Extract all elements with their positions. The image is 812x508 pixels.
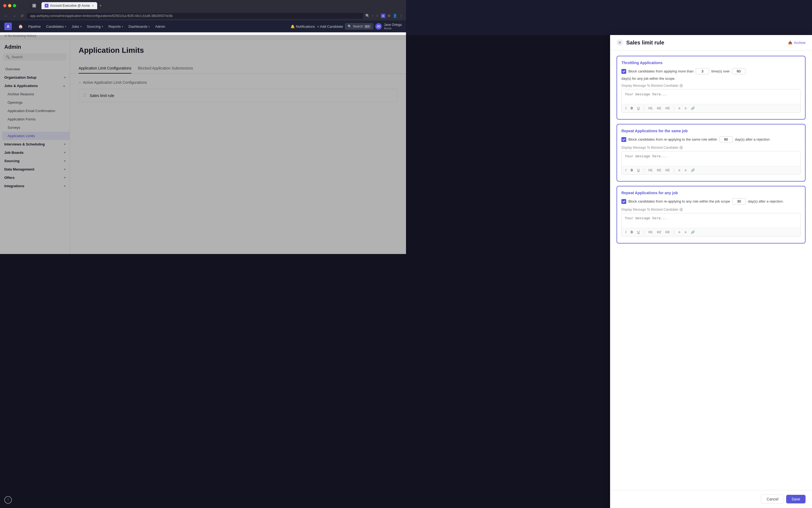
app-nav: A 🏠 Pipeline Candidates ▾ Jobs ▾ Sourcin… <box>0 20 406 32</box>
candidates-chevron-icon: ▾ <box>65 25 66 28</box>
nav-admin-btn[interactable]: Admin <box>153 24 167 30</box>
ashby-ext-icon: A <box>381 14 385 18</box>
nav-sourcing-btn[interactable]: Sourcing ▾ <box>85 24 105 30</box>
search-address-icon: 🔍 <box>365 14 370 18</box>
browser-tab-active[interactable]: A Account Executive @ Acme ✕ <box>41 2 97 9</box>
nav-jobs-btn[interactable]: Jobs ▾ <box>70 24 84 30</box>
search-icon: 🔍 <box>348 25 352 28</box>
nav-pipeline-btn[interactable]: Pipeline <box>26 24 43 30</box>
sourcing-chevron-icon: ▾ <box>102 25 103 28</box>
reload-btn[interactable]: ↺ <box>19 13 25 18</box>
add-candidate-btn[interactable]: + Add Candidate <box>317 25 343 29</box>
jobs-chevron-icon: ▾ <box>80 25 82 28</box>
global-search-btn[interactable]: 🔍 Search ⌘K <box>345 24 373 29</box>
nav-admin-label: Admin <box>155 25 165 29</box>
user-info: Jane Ortega Acme <box>384 23 402 30</box>
nav-dashboards-label: Dashboards <box>128 25 147 29</box>
user-name: Jane Ortega <box>384 23 402 27</box>
bookmark-icon: ☆ <box>375 14 379 18</box>
search-shortcut: ⌘K <box>364 25 371 28</box>
modal-overlay: ✕ Sales limit rule 📥 Archive Throttling … <box>0 35 406 254</box>
nav-candidates-label: Candidates <box>46 25 64 29</box>
nav-candidates-btn[interactable]: Candidates ▾ <box>44 24 69 30</box>
user-org: Acme <box>384 27 402 30</box>
address-input[interactable] <box>27 13 363 19</box>
dashboards-chevron-icon: ▾ <box>148 25 150 28</box>
tab-favicon-icon: A <box>32 4 36 7</box>
nav-pipeline-label: Pipeline <box>28 25 41 29</box>
menu-icon: ⋮ <box>399 14 403 18</box>
notifications-label: Notifications <box>296 25 315 29</box>
maximize-window-btn[interactable] <box>13 4 16 7</box>
nav-right: 🔔 Notifications + Add Candidate 🔍 Search… <box>290 23 402 30</box>
app-logo[interactable]: A <box>4 23 12 30</box>
tab-label: Account Executive @ Acme <box>50 4 90 7</box>
share-icon: ↑ <box>372 14 374 18</box>
nav-items: 🏠 Pipeline Candidates ▾ Jobs ▾ Sourcing … <box>16 23 286 30</box>
reports-chevron-icon: ▾ <box>122 25 123 28</box>
forward-btn[interactable]: → <box>11 13 17 18</box>
nav-dashboards-btn[interactable]: Dashboards ▾ <box>126 24 152 30</box>
browser-tab-favicon: A <box>29 2 39 9</box>
browser-chrome: A A Account Executive @ Acme ✕ + ← → ↺ 🔍… <box>0 0 406 20</box>
nav-home-btn[interactable]: 🏠 <box>16 23 25 30</box>
nav-jobs-label: Jobs <box>72 25 79 29</box>
profile-icon: 👤 <box>393 14 397 18</box>
window-controls <box>3 4 16 7</box>
address-bar-icons: 🔍 ↑ ☆ A ⚙ 👤 ⋮ <box>365 14 403 18</box>
new-tab-btn[interactable]: + <box>99 3 102 8</box>
notifications-btn[interactable]: 🔔 Notifications <box>290 25 315 29</box>
tab-bar: A A Account Executive @ Acme ✕ + <box>26 2 105 9</box>
browser-titlebar: A A Account Executive @ Acme ✕ + <box>0 0 406 11</box>
modal-backdrop[interactable] <box>0 35 406 254</box>
nav-reports-btn[interactable]: Reports ▾ <box>106 24 126 30</box>
close-window-btn[interactable] <box>3 4 6 7</box>
search-label: Search <box>353 25 363 28</box>
user-avatar: JO <box>375 23 382 30</box>
back-btn[interactable]: ← <box>3 13 9 18</box>
nav-sourcing-label: Sourcing <box>87 25 101 29</box>
address-bar: ← → ↺ 🔍 ↑ ☆ A ⚙ 👤 ⋮ <box>0 11 406 20</box>
tab-active-favicon: A <box>45 4 48 7</box>
minimize-window-btn[interactable] <box>8 4 11 7</box>
tab-close-btn[interactable]: ✕ <box>92 4 94 7</box>
nav-reports-label: Reports <box>108 25 121 29</box>
extensions-icon: ⚙ <box>388 14 391 18</box>
